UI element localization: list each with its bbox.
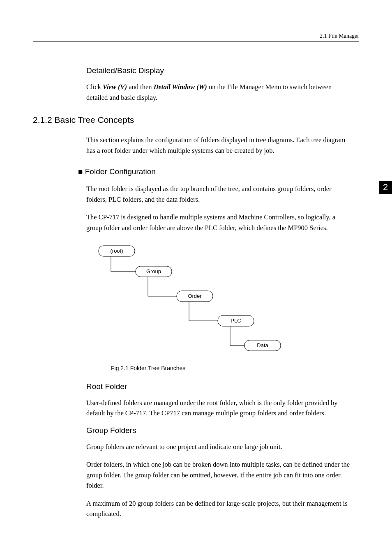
text-fragment: and then — [127, 83, 154, 91]
para-group-folders-3: A maximum of 20 group folders can be def… — [86, 498, 351, 519]
heading-detailed-basic: Detailed/Basic Display — [86, 66, 359, 75]
node-group: Group — [136, 266, 172, 277]
node-data: Data — [244, 340, 281, 351]
diagram-svg: (root) Group Order PLC — [95, 242, 308, 357]
para-detailed-basic: Click View (V) and then Detail Window (W… — [86, 82, 351, 103]
para-group-folders-1: Group folders are relevant to one projec… — [86, 442, 351, 452]
heading-group-folders: Group Folders — [86, 426, 359, 435]
page-header: 2.1 File Manager — [33, 33, 359, 41]
node-plc-label: PLC — [231, 318, 241, 324]
heading-folder-config: Folder Configuration — [78, 167, 359, 176]
text-bold-detail: Detail Window (W) — [154, 83, 207, 91]
text-bold-view: View (V) — [103, 83, 127, 91]
para-group-folders-2: Order folders, in which one job can be b… — [86, 459, 351, 491]
para-folder-config-2: The CP-717 is designed to handle multipl… — [86, 212, 351, 233]
heading-basic-tree: 2.1.2 Basic Tree Concepts — [33, 115, 359, 125]
heading-text: Folder Configuration — [85, 167, 156, 176]
heading-root-folder: Root Folder — [86, 382, 359, 391]
node-data-label: Data — [257, 342, 268, 348]
chapter-number: 2 — [383, 182, 388, 192]
figure-caption: Fig 2.1 Folder Tree Branches — [111, 365, 359, 371]
para-basic-tree: This section explains the configuration … — [86, 135, 351, 156]
node-root-label: (root) — [110, 248, 123, 254]
node-root: (root) — [99, 246, 135, 256]
header-breadcrumb: 2.1 File Manager — [320, 33, 359, 39]
node-order-label: Order — [188, 293, 202, 299]
para-folder-config-1: The root folder is displayed as the top … — [86, 184, 351, 205]
node-order: Order — [177, 291, 213, 302]
node-plc: PLC — [218, 315, 254, 326]
folder-tree-diagram: (root) Group Order PLC — [95, 242, 359, 357]
para-root-folder: User-defined folders are managed under t… — [86, 398, 351, 419]
chapter-tab: 2 — [379, 181, 392, 194]
text-fragment: Click — [86, 83, 103, 91]
node-group-label: Group — [146, 268, 161, 274]
